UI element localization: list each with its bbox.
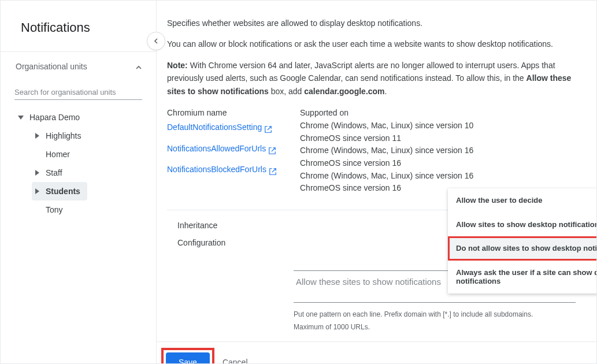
- tree-item-tony[interactable]: Tony: [9, 200, 150, 219]
- description-block: Specifies whether websites are allowed t…: [167, 17, 576, 98]
- sidebar: Notifications Organisational units Hapar…: [1, 1, 157, 363]
- external-link-icon: [264, 123, 272, 131]
- dropdown-item-do-not-allow[interactable]: Do not allow sites to show desktop notif…: [448, 236, 596, 261]
- link-text: DefaultNotificationsSetting: [167, 120, 262, 135]
- tree-item-root[interactable]: Hapara Demo: [9, 108, 150, 127]
- note-bold: calendar.google.com: [304, 87, 384, 96]
- svg-marker-0: [18, 116, 24, 120]
- chromium-link[interactable]: NotificationsBlockedForUrls: [167, 162, 277, 177]
- configuration-label: Configuration: [177, 238, 294, 247]
- tree-item-homer[interactable]: Homer: [9, 145, 150, 164]
- note-text: box, add: [269, 87, 305, 96]
- collapse-sidebar-button[interactable]: [147, 32, 165, 50]
- helper-text: Put one pattern on each line. Prefix dom…: [294, 309, 576, 321]
- org-units-header-label: Organisational units: [16, 62, 87, 71]
- svg-marker-1: [35, 133, 39, 139]
- tree-item-label: Tony: [42, 205, 66, 214]
- note-text: .: [385, 87, 387, 96]
- link-text: NotificationsBlockedForUrls: [167, 162, 266, 177]
- tree-item-students[interactable]: Students: [32, 182, 87, 200]
- paragraph: Specifies whether websites are allowed t…: [167, 17, 576, 29]
- supported-line: ChromeOS since version 11: [300, 132, 473, 145]
- chevron-up-icon: [134, 63, 141, 70]
- caret-down-icon: [16, 112, 26, 122]
- dropdown-item-allow-sites[interactable]: Allow sites to show desktop notification…: [448, 213, 596, 237]
- meta-block: Chromium name DefaultNotificationsSettin…: [167, 108, 576, 195]
- chromium-link[interactable]: DefaultNotificationsSetting: [167, 120, 272, 135]
- configuration-dropdown[interactable]: Allow the user to decide Allow sites to …: [448, 188, 596, 294]
- inheritance-label: Inheritance: [177, 221, 300, 230]
- save-button[interactable]: Save: [166, 352, 210, 363]
- search-input[interactable]: [14, 86, 142, 100]
- note-label: Note:: [167, 61, 188, 70]
- save-highlight: Save: [164, 350, 212, 363]
- helper-text: Maximum of 1000 URLs.: [294, 321, 576, 334]
- svg-marker-3: [35, 188, 39, 194]
- link-text: NotificationsAllowedForUrls: [167, 141, 266, 157]
- tree-item-staff[interactable]: Staff: [9, 164, 150, 182]
- caret-right-icon: [32, 131, 42, 141]
- supported-on-heading: Supported on: [300, 108, 473, 117]
- footer: Save Cancel: [157, 341, 596, 363]
- tree-item-label: Highlights: [42, 131, 84, 140]
- supported-line: Chrome (Windows, Mac, Linux) since versi…: [300, 144, 473, 157]
- page-title: Notifications: [1, 1, 156, 51]
- tree-item-label: Homer: [42, 150, 73, 159]
- cancel-button[interactable]: Cancel: [223, 358, 248, 363]
- caret-right-icon: [32, 168, 42, 178]
- caret-right-icon: [32, 186, 42, 196]
- tree-item-highlights[interactable]: Highlights: [9, 127, 150, 145]
- tree-item-label: Students: [42, 187, 84, 196]
- tree-item-label: Staff: [42, 168, 66, 177]
- chromium-name-heading: Chromium name: [167, 108, 300, 117]
- note-text: With Chrome version 64 and later, JavaSc…: [167, 61, 555, 83]
- external-link-icon: [268, 144, 276, 153]
- note-paragraph: Note: With Chrome version 64 and later, …: [167, 59, 576, 98]
- external-link-icon: [269, 165, 277, 173]
- supported-line: Chrome (Windows, Mac, Linux) since versi…: [300, 120, 473, 132]
- dropdown-item-allow-decide[interactable]: Allow the user to decide: [448, 188, 596, 213]
- main-content: Specifies whether websites are allowed t…: [157, 1, 596, 363]
- chromium-link[interactable]: NotificationsAllowedForUrls: [167, 141, 276, 157]
- supported-line: Chrome (Windows, Mac, Linux) since versi…: [300, 170, 473, 183]
- org-units-header[interactable]: Organisational units: [1, 52, 156, 81]
- dropdown-item-always-ask[interactable]: Always ask the user if a site can show d…: [448, 261, 596, 294]
- svg-marker-2: [35, 170, 39, 176]
- org-units-tree: Hapara Demo Highlights Homer Staff: [1, 103, 156, 219]
- tree-item-label: Hapara Demo: [26, 113, 83, 122]
- paragraph: You can allow or block notifications or …: [167, 38, 576, 50]
- supported-line: ChromeOS since version 16: [300, 157, 473, 170]
